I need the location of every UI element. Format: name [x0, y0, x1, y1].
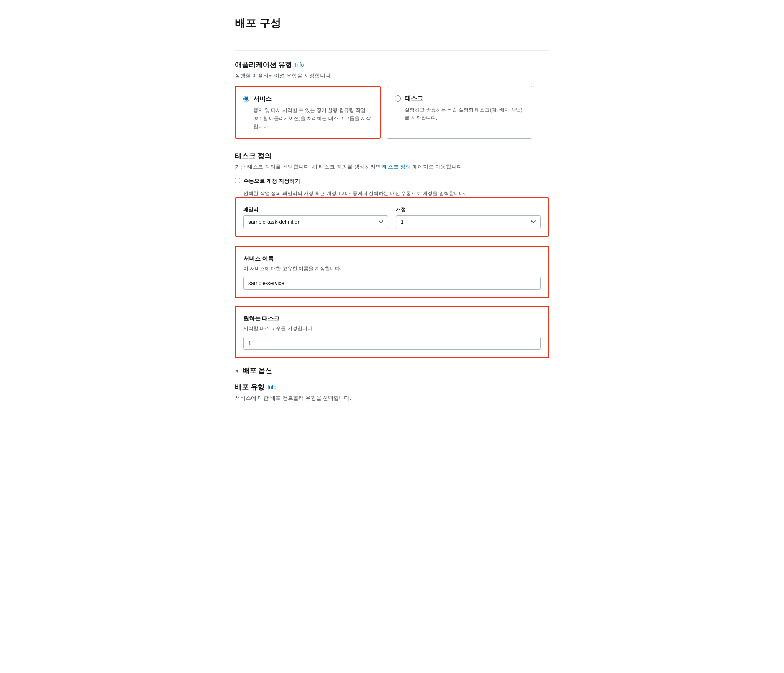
app-type-info-link[interactable]: Info [295, 61, 304, 69]
family-select[interactable]: sample-task-definition [243, 215, 388, 228]
task-count-title: 원하는 태스크 [243, 314, 541, 323]
task-count-section: 원하는 태스크 시작할 태스크 수를 지정합니다. [235, 306, 549, 358]
radio-task-desc: 실행하고 종료하는 독립 실행형 태스크(예: 배치 작업)를 시작합니다. [395, 106, 524, 122]
radio-task[interactable] [395, 95, 401, 102]
revision-select[interactable]: 1 [396, 215, 541, 228]
task-definition-section: 태스크 정의 기존 태스크 정의를 선택합니다. 새 태스크 정의를 생성하려면… [235, 151, 549, 237]
task-def-description: 기존 태스크 정의를 선택합니다. 새 태스크 정의를 생성하려면 태스크 정의… [235, 163, 549, 171]
task-def-title: 태스크 정의 [235, 151, 549, 161]
family-field: 패밀리 sample-task-definition [243, 206, 388, 229]
deploy-type-desc: 서비스에 대한 배포 컨트롤러 유형을 선택합니다. [235, 394, 549, 402]
task-def-desc-prefix: 기존 태스크 정의를 선택합니다. 새 태스크 정의를 생성하려면 [235, 164, 382, 170]
task-def-form-row: 패밀리 sample-task-definition 개정 1 [243, 206, 541, 229]
radio-service-label: 서비스 [253, 94, 272, 103]
radio-card-task[interactable]: 태스크 실행하고 종료하는 독립 실행형 태스크(예: 배치 작업)를 시작합니… [387, 86, 532, 139]
task-def-label: 태스크 정의 [235, 151, 271, 161]
app-type-description: 실행할 애플리케이션 유형을 지정합니다. [235, 72, 549, 80]
manual-revision-desc: 선택한 작업 정의 패밀리의 가장 최근 개정 100개 중에서 선택하는 대신… [243, 190, 549, 197]
manual-revision-checkbox[interactable] [235, 178, 240, 183]
family-label: 패밀리 [243, 206, 388, 213]
deploy-options-section: ▼ 배포 옵션 배포 유형 Info 서비스에 대한 배포 컨트롤러 유형을 선… [235, 366, 549, 402]
manual-revision-label: 수동으로 개정 지정하기 [243, 178, 300, 184]
deploy-type-label: 배포 유형 [235, 382, 264, 392]
deploy-type-section: 배포 유형 Info 서비스에 대한 배포 컨트롤러 유형을 선택합니다. [235, 382, 549, 402]
app-type-title: 애플리케이션 유형 Info [235, 60, 549, 70]
radio-card-service[interactable]: 서비스 중지 및 다시 시작할 수 있는 장기 실행 컴퓨팅 작업(예: 웹 애… [235, 86, 381, 139]
revision-field: 개정 1 [396, 206, 541, 229]
task-def-link[interactable]: 태스크 정의 [382, 164, 411, 170]
service-name-title: 서비스 이름 [243, 254, 541, 263]
task-def-desc-suffix: 페이지로 이동합니다. [411, 164, 464, 170]
radio-task-label: 태스크 [405, 94, 423, 103]
revision-label: 개정 [396, 206, 541, 213]
manual-revision-row: 수동으로 개정 지정하기 [235, 177, 549, 185]
deploy-options-header[interactable]: ▼ 배포 옵션 [235, 366, 549, 376]
radio-card-task-header: 태스크 [395, 94, 524, 103]
page-title: 배포 구성 [235, 15, 549, 38]
chevron-down-icon: ▼ [235, 368, 239, 374]
app-type-label: 애플리케이션 유형 [235, 60, 292, 70]
task-def-form: 패밀리 sample-task-definition 개정 1 [235, 197, 549, 237]
radio-card-service-header: 서비스 [243, 94, 372, 103]
service-name-section: 서비스 이름 이 서비스에 대한 고유한 이름을 지정합니다. [235, 246, 549, 298]
app-type-section: 애플리케이션 유형 Info 실행할 애플리케이션 유형을 지정합니다. 서비스… [235, 60, 549, 139]
app-type-radio-group: 서비스 중지 및 다시 시작할 수 있는 장기 실행 컴퓨팅 작업(예: 웹 애… [235, 86, 549, 139]
deploy-type-title: 배포 유형 Info [235, 382, 549, 392]
radio-service-desc: 중지 및 다시 시작할 수 있는 장기 실행 컴퓨팅 작업(예: 웹 애플리케이… [243, 107, 372, 130]
service-name-input[interactable] [243, 277, 541, 290]
deploy-options-label: 배포 옵션 [243, 366, 272, 376]
deploy-type-info-link[interactable]: Info [267, 383, 276, 391]
task-count-input[interactable] [243, 336, 541, 350]
task-count-desc: 시작할 태스크 수를 지정합니다. [243, 325, 541, 332]
radio-service[interactable] [243, 96, 249, 102]
manual-revision-label-group: 수동으로 개정 지정하기 [243, 177, 300, 185]
service-name-desc: 이 서비스에 대한 고유한 이름을 지정합니다. [243, 265, 541, 272]
